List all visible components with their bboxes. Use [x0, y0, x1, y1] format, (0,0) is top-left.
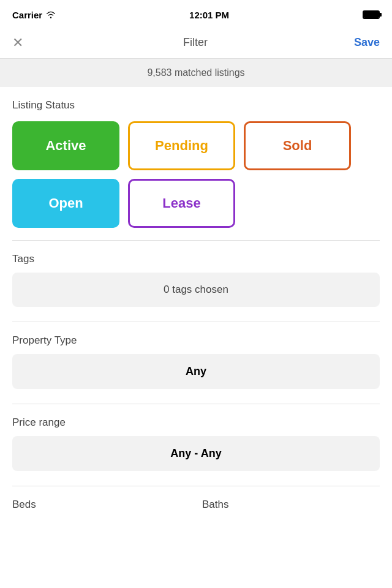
listing-status-section: Listing Status Active Pending Sold Open … [0, 87, 392, 228]
status-btn-sold[interactable]: Sold [244, 121, 351, 170]
status-btn-open-label: Open [48, 195, 83, 211]
divider-4 [12, 486, 380, 486]
beds-section: Beds [12, 499, 190, 511]
carrier-label: Carrier [12, 10, 56, 20]
battery-icon [363, 9, 380, 20]
close-button[interactable]: ✕ [12, 35, 37, 51]
baths-title: Baths [202, 499, 380, 511]
price-range-title: Price range [12, 417, 380, 429]
status-btn-lease[interactable]: Lease [128, 179, 235, 228]
property-type-section: Property Type Any [0, 325, 392, 401]
matched-count: 9,583 matched listings [147, 67, 244, 78]
property-type-title: Property Type [12, 334, 380, 347]
beds-baths-row: Beds Baths [0, 489, 392, 511]
tags-button[interactable]: 0 tags chosen [12, 273, 380, 307]
tags-section: Tags 0 tags chosen [0, 243, 392, 319]
status-btn-pending[interactable]: Pending [128, 121, 235, 170]
price-range-button-label: Any - Any [170, 447, 221, 459]
carrier-text: Carrier [12, 10, 42, 20]
price-range-button[interactable]: Any - Any [12, 436, 380, 471]
status-grid: Active Pending Sold Open Lease [12, 121, 380, 228]
status-btn-sold-label: Sold [283, 138, 312, 154]
status-btn-lease-label: Lease [162, 195, 200, 211]
clock: 12:01 PM [189, 10, 229, 20]
status-bar: Carrier 12:01 PM [0, 0, 392, 27]
wifi-icon [46, 10, 56, 20]
beds-title: Beds [12, 499, 190, 511]
property-type-button[interactable]: Any [12, 354, 380, 389]
divider-2 [12, 322, 380, 322]
tags-title: Tags [12, 253, 380, 265]
status-btn-open[interactable]: Open [12, 179, 119, 228]
tags-button-label: 0 tags chosen [164, 284, 228, 295]
divider-1 [12, 240, 380, 241]
property-type-button-label: Any [186, 365, 206, 377]
status-btn-pending-label: Pending [155, 138, 208, 154]
baths-section: Baths [202, 499, 380, 511]
divider-3 [12, 404, 380, 404]
status-btn-active[interactable]: Active [12, 121, 119, 170]
nav-title: Filter [183, 36, 208, 49]
nav-bar: ✕ Filter Save [0, 27, 392, 59]
matched-banner: 9,583 matched listings [0, 59, 392, 87]
price-range-section: Price range Any - Any [0, 407, 392, 483]
status-btn-active-label: Active [45, 138, 86, 154]
save-button[interactable]: Save [354, 36, 380, 49]
listing-status-title: Listing Status [12, 99, 380, 111]
